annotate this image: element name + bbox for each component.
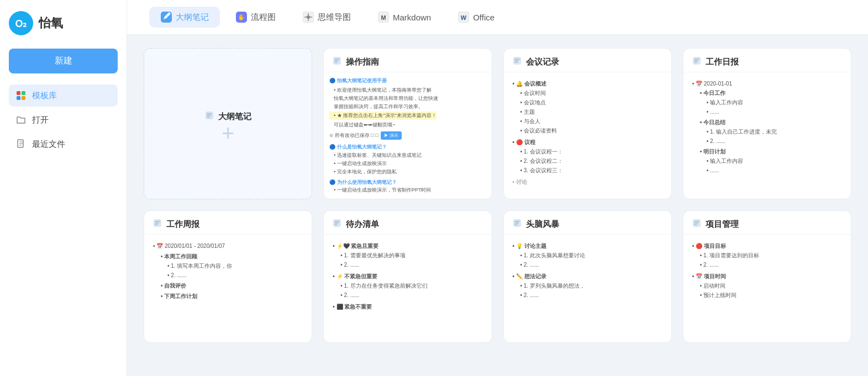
pm-t3: • 📅 项目时间 (692, 272, 842, 281)
guide-line-4: 掌握技能和决窍，提高工作和学习效率。 (329, 103, 486, 111)
guide-save-row: ⊙ 所有改动已保存 □ □ ▶ 演示 (329, 131, 486, 140)
bs-t2: • 2. ...... (513, 260, 662, 269)
card-meeting-body: • 🔔 会议概述 • 会议时间 • 会议地点 • 主题 • 与会人 • 会议必读… (504, 72, 671, 193)
card-operation-guide-header: 操作指南 (324, 49, 491, 72)
tab-flowchart[interactable]: ✋ 流程图 (224, 7, 287, 28)
card-weekly-header: 工作周报 (144, 211, 312, 235)
cards-row-2: 工作周报 • 📅 2020/01/01 - 2020/01/07 • 本周工作回… (144, 210, 851, 343)
card-diary-body: • 📅 2020-01-01 • 今日工作 • 输入工作内容 • ...... … (683, 72, 851, 182)
w-t5: • 下周工作计划 (153, 292, 303, 301)
card-todo-icon (333, 219, 341, 230)
card-project-body: • 🔴 项目目标 • 1. 项目需要达到的目标 • 2. ...... • 📅 … (683, 235, 851, 306)
todo-t3: • ⚡ 不紧急但重要 (333, 272, 482, 281)
card-todo-list[interactable]: 待办清单 • ⚡🖤 紧急且重要 • 1. 需要最优先解决的事项 • 2. ...… (323, 210, 492, 343)
bs-t0: • 💡 讨论主题 (513, 241, 662, 251)
card-project-mgmt[interactable]: 项目管理 • 🔴 项目目标 • 1. 项目需要达到的目标 • 2. ......… (683, 210, 851, 343)
todo-t0: • ⚡🖤 紧急且重要 (333, 241, 482, 251)
sidebar-item-open[interactable]: 打开 (9, 109, 118, 131)
card-work-weekly[interactable]: 工作周报 • 📅 2020/01/01 - 2020/01/07 • 本周工作回… (144, 210, 312, 343)
svg-text:✋: ✋ (238, 13, 245, 21)
pm-t0: • 🔴 项目目标 (692, 241, 842, 251)
sidebar-item-recent-label: 最近文件 (32, 139, 65, 150)
m-t10: • 讨论 (513, 177, 662, 187)
svg-rect-3 (22, 91, 25, 95)
m-t6: • 🔴 议程 (513, 137, 662, 147)
w-t2: • 1. 填写本周工作内容，你 (153, 261, 303, 271)
card-outline-header: 大纲笔记 (196, 103, 260, 122)
bs-t1: • 1. 此次头脑风暴想要讨论 (513, 251, 662, 260)
tab-mindmap-label: 思维导图 (318, 12, 351, 23)
m-t1: • 会议时间 (513, 88, 662, 98)
sidebar-item-recent[interactable]: 最近文件 (9, 133, 118, 155)
tab-markdown[interactable]: M Markdown (366, 7, 442, 28)
m-t4: • 与会人 (513, 116, 662, 126)
svg-rect-5 (22, 96, 25, 100)
w-t4: • 自我评价 (153, 281, 303, 290)
card-operation-guide[interactable]: 操作指南 🔵 怡氧大纲笔记使用手册 • 欢迎使用怡氧大纲笔记，本指南将带您了解 … (323, 48, 492, 199)
sidebar-item-templates[interactable]: 模板库 (9, 84, 118, 107)
pm-t1: • 1. 项目需要达到的目标 (692, 251, 842, 260)
card-brainstorm[interactable]: 头脑风暴 • 💡 讨论主题 • 1. 此次头脑风暴想要讨论 • 2. .....… (503, 210, 672, 343)
todo-t1: • 1. 需要最优先解决的事项 (333, 251, 482, 260)
logo-area: O₂ 怡氧 (9, 11, 118, 35)
d-t2: • 输入工作内容 (692, 98, 842, 107)
guide-section3: 🔵 为什么使用怡氧大纲笔记？ (329, 178, 486, 187)
svg-text:M: M (381, 14, 386, 21)
todo-t6: • ⬛ 紧急不重要 (333, 302, 482, 311)
guide-line-2: • 欢迎使用怡氧大纲笔记，本指南将带您了解 (329, 86, 486, 94)
card-brainstorm-header: 头脑风暴 (504, 211, 671, 235)
card-todo-body: • ⚡🖤 紧急且重要 • 1. 需要最优先解决的事项 • 2. ...... •… (324, 235, 491, 318)
bs-t4: • 1. 罗列头脑风暴的想法， (513, 281, 662, 290)
guide-line-3: 怡氧大纲笔记的基本用法和常用功能，让您快速 (329, 94, 486, 103)
sidebar: O₂ 怡氧 新建 模板库 打开 (0, 0, 127, 376)
m-t2: • 会议地点 (513, 98, 662, 107)
tab-markdown-label: Markdown (393, 13, 431, 22)
tab-office[interactable]: W Office (446, 7, 506, 28)
guide-section2: 🔵 什么是怡氧大纲笔记？ (329, 143, 486, 151)
plus-icon: + (222, 122, 234, 144)
w-t1: • 本周工作回顾 (153, 252, 303, 261)
card-project-icon (692, 219, 701, 230)
card-meeting-icon (513, 56, 522, 67)
card-guide-body: 🔵 怡氧大纲笔记使用手册 • 欢迎使用怡氧大纲笔记，本指南将带您了解 怡氧大纲笔… (324, 72, 491, 199)
card-new-blank[interactable]: 大纲笔记 + (144, 48, 312, 199)
card-weekly-icon (153, 219, 162, 230)
guide-line-6: 可以通过键盘⬅➡键翻页哦~ (329, 121, 486, 129)
file-icon (15, 139, 27, 150)
d-t6: • 2. ...... (692, 136, 842, 146)
tab-mindmap[interactable]: 思维导图 (291, 7, 362, 28)
sidebar-item-templates-label: 模板库 (32, 91, 57, 101)
card-project-header: 项目管理 (683, 211, 851, 235)
tab-outline-label: 大纲笔记 (176, 12, 209, 23)
card-outline-title: 大纲笔记 (218, 112, 251, 122)
card-guide-icon (333, 56, 341, 67)
folder-icon (15, 114, 27, 125)
d-t5: • 1. 输入自己工作进度，未完 (692, 127, 842, 136)
svg-rect-4 (17, 96, 20, 100)
app-name: 怡氧 (39, 15, 63, 31)
w-t3: • 2. ...... (153, 271, 303, 280)
card-diary-icon (692, 56, 701, 67)
card-project-title: 项目管理 (706, 219, 739, 230)
d-t9: • ...... (692, 166, 842, 175)
tab-outline[interactable]: 大纲笔记 (149, 7, 220, 28)
card-work-diary[interactable]: 工作日报 • 📅 2020-01-01 • 今日工作 • 输入工作内容 • ..… (683, 48, 851, 199)
m-t8: • 2. 会议议程二： (513, 156, 662, 166)
m-t7: • 1. 会议议程一： (513, 147, 662, 156)
sidebar-menu: 模板库 打开 最近文件 (9, 84, 118, 155)
bs-t3: • ✏️ 想法记录 (513, 272, 662, 281)
todo-t2: • 2. ...... (333, 260, 482, 269)
tab-office-label: Office (473, 13, 495, 22)
card-weekly-title: 工作周报 (166, 219, 199, 230)
office-icon: W (457, 11, 470, 23)
new-button[interactable]: 新建 (9, 49, 118, 73)
w-t0: • 📅 2020/01/01 - 2020/01/07 (153, 241, 303, 251)
d-t7: • 明日计划 (692, 147, 842, 156)
guide-s2-l1: • 迅速提取标签、关键知识点来形成笔记 (329, 151, 486, 160)
m-t0: • 🔔 会议概述 (513, 79, 662, 88)
content-area: 大纲笔记 + 操作指南 🔵 怡氧大纲笔记使用手册 • 欢迎使用怡氧大纲笔记，本指… (127, 35, 868, 376)
card-brainstorm-body: • 💡 讨论主题 • 1. 此次头脑风暴想要讨论 • 2. ...... • ✏… (504, 235, 671, 306)
card-meeting-notes[interactable]: 会议记录 • 🔔 会议概述 • 会议时间 • 会议地点 • 主题 • 与会人 •… (503, 48, 672, 199)
demo-button[interactable]: ▶ 演示 (381, 131, 402, 140)
d-t0: • 📅 2020-01-01 (692, 79, 842, 88)
